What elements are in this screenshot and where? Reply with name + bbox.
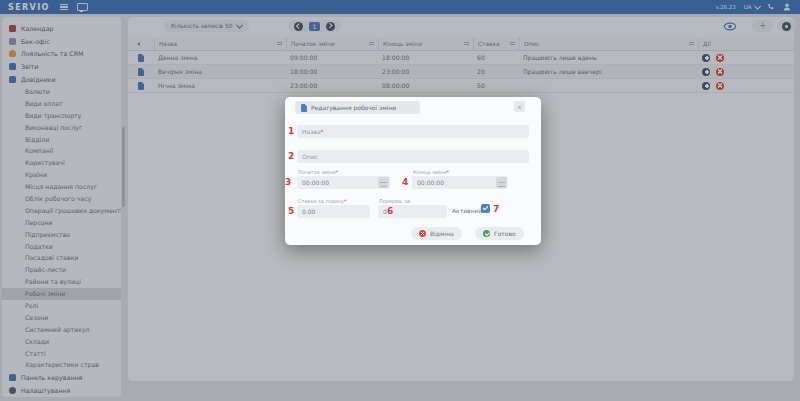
edit-shift-modal: Редагування робочої зміни x Назва* Опис … <box>285 97 541 245</box>
time-picker-icon[interactable] <box>378 177 389 188</box>
annotation-3: 3 <box>285 178 291 187</box>
start-time-input[interactable]: 00:00:00 <box>297 176 390 189</box>
modal-title-tab: Редагування робочої зміни <box>295 101 420 114</box>
done-icon <box>483 230 490 237</box>
servio-app: SERVIO v.26.23 UA КалендарБек-офісЛояльн… <box>0 0 800 401</box>
cancel-icon <box>419 230 426 237</box>
done-button[interactable]: Готово <box>475 227 524 240</box>
active-checkbox[interactable] <box>481 204 490 213</box>
rate-input[interactable]: 0.00 <box>297 205 370 218</box>
close-button[interactable]: x <box>514 101 525 112</box>
time-picker-icon[interactable] <box>496 177 507 188</box>
name-input[interactable]: Назва* <box>297 125 529 138</box>
end-time-input[interactable]: 00:00:00 <box>412 176 508 189</box>
description-input[interactable]: Опис <box>297 150 529 163</box>
break-label: Перерва, хв <box>379 198 410 204</box>
start-time-label: Початок зміни* <box>298 169 338 175</box>
annotation-6: 6 <box>387 207 393 216</box>
annotation-5: 5 <box>288 207 294 216</box>
annotation-1: 1 <box>288 127 294 136</box>
annotation-2: 2 <box>288 152 294 161</box>
end-time-label: Кінець зміни* <box>413 169 449 175</box>
annotation-7: 7 <box>493 205 499 214</box>
modal-title: Редагування робочої зміни <box>311 104 396 111</box>
active-label: Активний <box>452 207 482 214</box>
annotation-4: 4 <box>402 178 408 187</box>
document-icon <box>301 104 307 112</box>
cancel-button[interactable]: Відміна <box>411 227 462 240</box>
rate-label: Ставка за годину* <box>298 198 347 204</box>
